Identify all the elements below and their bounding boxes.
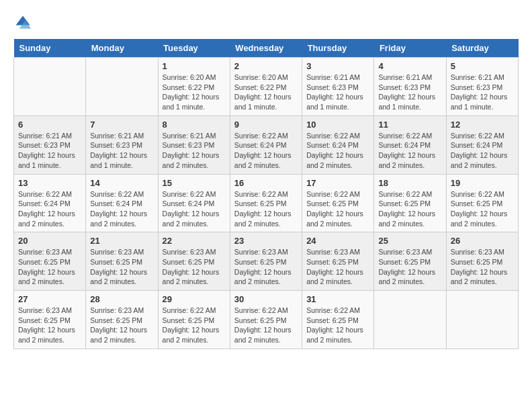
day-number: 3 [306, 61, 369, 71]
day-number: 20 [18, 236, 81, 246]
logo [13, 13, 35, 32]
day-header-tuesday: Tuesday [158, 39, 230, 58]
day-info: Sunrise: 6:22 AM Sunset: 6:25 PM Dayligh… [234, 306, 298, 345]
day-header-thursday: Thursday [302, 39, 374, 58]
calendar-cell: 9Sunrise: 6:22 AM Sunset: 6:24 PM Daylig… [230, 116, 302, 174]
calendar-cell: 20Sunrise: 6:23 AM Sunset: 6:25 PM Dayli… [14, 232, 86, 291]
calendar-week-row: 27Sunrise: 6:23 AM Sunset: 6:25 PM Dayli… [14, 291, 519, 349]
calendar-cell: 19Sunrise: 6:22 AM Sunset: 6:25 PM Dayli… [446, 174, 518, 232]
day-info: Sunrise: 6:23 AM Sunset: 6:25 PM Dayligh… [306, 247, 369, 287]
day-number: 6 [18, 120, 81, 130]
calendar-cell: 5Sunrise: 6:21 AM Sunset: 6:23 PM Daylig… [446, 58, 518, 116]
day-number: 8 [163, 120, 226, 130]
calendar-cell: 6Sunrise: 6:21 AM Sunset: 6:23 PM Daylig… [14, 116, 86, 174]
day-header-sunday: Sunday [14, 39, 86, 58]
day-info: Sunrise: 6:23 AM Sunset: 6:25 PM Dayligh… [90, 306, 153, 345]
day-header-wednesday: Wednesday [230, 39, 302, 58]
page-header [13, 13, 519, 32]
day-info: Sunrise: 6:21 AM Sunset: 6:23 PM Dayligh… [451, 73, 514, 112]
calendar-cell: 12Sunrise: 6:22 AM Sunset: 6:24 PM Dayli… [446, 116, 518, 174]
calendar-cell: 31Sunrise: 6:22 AM Sunset: 6:25 PM Dayli… [302, 291, 374, 349]
day-info: Sunrise: 6:21 AM Sunset: 6:23 PM Dayligh… [306, 73, 369, 112]
day-info: Sunrise: 6:22 AM Sunset: 6:24 PM Dayligh… [451, 131, 514, 171]
calendar-cell: 7Sunrise: 6:21 AM Sunset: 6:23 PM Daylig… [86, 116, 158, 174]
logo-icon [13, 13, 32, 32]
days-header-row: SundayMondayTuesdayWednesdayThursdayFrid… [14, 39, 519, 58]
calendar-cell: 17Sunrise: 6:22 AM Sunset: 6:25 PM Dayli… [302, 174, 374, 232]
day-info: Sunrise: 6:23 AM Sunset: 6:25 PM Dayligh… [163, 247, 226, 287]
day-info: Sunrise: 6:22 AM Sunset: 6:24 PM Dayligh… [306, 131, 369, 171]
day-info: Sunrise: 6:23 AM Sunset: 6:25 PM Dayligh… [234, 247, 298, 287]
day-number: 12 [451, 120, 514, 130]
day-number: 23 [234, 236, 298, 246]
calendar-cell: 13Sunrise: 6:22 AM Sunset: 6:24 PM Dayli… [14, 174, 86, 232]
calendar-week-row: 6Sunrise: 6:21 AM Sunset: 6:23 PM Daylig… [14, 116, 519, 174]
day-number: 15 [163, 178, 226, 188]
day-number: 11 [378, 120, 441, 130]
day-info: Sunrise: 6:22 AM Sunset: 6:25 PM Dayligh… [234, 189, 298, 229]
day-number: 5 [451, 61, 514, 71]
calendar-cell: 16Sunrise: 6:22 AM Sunset: 6:25 PM Dayli… [230, 174, 302, 232]
day-info: Sunrise: 6:22 AM Sunset: 6:24 PM Dayligh… [163, 189, 226, 229]
calendar-cell: 24Sunrise: 6:23 AM Sunset: 6:25 PM Dayli… [302, 232, 374, 291]
day-number: 14 [90, 178, 153, 188]
day-number: 30 [234, 294, 298, 304]
calendar-cell: 27Sunrise: 6:23 AM Sunset: 6:25 PM Dayli… [14, 291, 86, 349]
day-header-saturday: Saturday [446, 39, 518, 58]
calendar-table: SundayMondayTuesdayWednesdayThursdayFrid… [13, 39, 519, 349]
day-info: Sunrise: 6:23 AM Sunset: 6:25 PM Dayligh… [90, 247, 153, 287]
calendar-cell: 25Sunrise: 6:23 AM Sunset: 6:25 PM Dayli… [374, 232, 446, 291]
calendar-cell [446, 291, 518, 349]
day-number: 16 [234, 178, 298, 188]
day-info: Sunrise: 6:21 AM Sunset: 6:23 PM Dayligh… [163, 131, 226, 171]
calendar-cell: 3Sunrise: 6:21 AM Sunset: 6:23 PM Daylig… [302, 58, 374, 116]
calendar-cell: 15Sunrise: 6:22 AM Sunset: 6:24 PM Dayli… [158, 174, 230, 232]
calendar-cell [14, 58, 86, 116]
day-info: Sunrise: 6:21 AM Sunset: 6:23 PM Dayligh… [18, 131, 81, 171]
calendar-cell: 1Sunrise: 6:20 AM Sunset: 6:22 PM Daylig… [158, 58, 230, 116]
day-info: Sunrise: 6:22 AM Sunset: 6:25 PM Dayligh… [378, 189, 441, 229]
day-number: 9 [234, 120, 298, 130]
day-number: 1 [163, 61, 226, 71]
day-number: 24 [306, 236, 369, 246]
day-info: Sunrise: 6:22 AM Sunset: 6:25 PM Dayligh… [306, 306, 369, 345]
day-number: 13 [18, 178, 81, 188]
day-info: Sunrise: 6:22 AM Sunset: 6:24 PM Dayligh… [18, 189, 81, 229]
day-info: Sunrise: 6:22 AM Sunset: 6:25 PM Dayligh… [163, 306, 226, 345]
day-info: Sunrise: 6:21 AM Sunset: 6:23 PM Dayligh… [378, 73, 441, 112]
calendar-week-row: 20Sunrise: 6:23 AM Sunset: 6:25 PM Dayli… [14, 232, 519, 291]
calendar-cell: 23Sunrise: 6:23 AM Sunset: 6:25 PM Dayli… [230, 232, 302, 291]
day-info: Sunrise: 6:22 AM Sunset: 6:25 PM Dayligh… [451, 189, 514, 229]
calendar-week-row: 13Sunrise: 6:22 AM Sunset: 6:24 PM Dayli… [14, 174, 519, 232]
day-number: 31 [306, 294, 369, 304]
calendar-cell: 10Sunrise: 6:22 AM Sunset: 6:24 PM Dayli… [302, 116, 374, 174]
calendar-cell: 2Sunrise: 6:20 AM Sunset: 6:22 PM Daylig… [230, 58, 302, 116]
calendar-cell: 4Sunrise: 6:21 AM Sunset: 6:23 PM Daylig… [374, 58, 446, 116]
calendar-cell [374, 291, 446, 349]
calendar-cell: 28Sunrise: 6:23 AM Sunset: 6:25 PM Dayli… [86, 291, 158, 349]
day-number: 25 [378, 236, 441, 246]
calendar-cell: 30Sunrise: 6:22 AM Sunset: 6:25 PM Dayli… [230, 291, 302, 349]
calendar-cell: 11Sunrise: 6:22 AM Sunset: 6:24 PM Dayli… [374, 116, 446, 174]
day-info: Sunrise: 6:23 AM Sunset: 6:25 PM Dayligh… [378, 247, 441, 287]
day-info: Sunrise: 6:20 AM Sunset: 6:22 PM Dayligh… [234, 73, 298, 112]
day-info: Sunrise: 6:23 AM Sunset: 6:25 PM Dayligh… [18, 306, 81, 345]
day-number: 17 [306, 178, 369, 188]
day-number: 22 [163, 236, 226, 246]
day-info: Sunrise: 6:22 AM Sunset: 6:24 PM Dayligh… [378, 131, 441, 171]
day-info: Sunrise: 6:23 AM Sunset: 6:25 PM Dayligh… [451, 247, 514, 287]
day-info: Sunrise: 6:22 AM Sunset: 6:25 PM Dayligh… [306, 189, 369, 229]
day-number: 29 [163, 294, 226, 304]
day-number: 19 [451, 178, 514, 188]
day-info: Sunrise: 6:22 AM Sunset: 6:24 PM Dayligh… [234, 131, 298, 171]
calendar-cell: 14Sunrise: 6:22 AM Sunset: 6:24 PM Dayli… [86, 174, 158, 232]
day-info: Sunrise: 6:21 AM Sunset: 6:23 PM Dayligh… [90, 131, 153, 171]
calendar-cell: 8Sunrise: 6:21 AM Sunset: 6:23 PM Daylig… [158, 116, 230, 174]
calendar-cell: 29Sunrise: 6:22 AM Sunset: 6:25 PM Dayli… [158, 291, 230, 349]
day-info: Sunrise: 6:20 AM Sunset: 6:22 PM Dayligh… [163, 73, 226, 112]
calendar-week-row: 1Sunrise: 6:20 AM Sunset: 6:22 PM Daylig… [14, 58, 519, 116]
day-info: Sunrise: 6:22 AM Sunset: 6:24 PM Dayligh… [90, 189, 153, 229]
calendar-cell: 26Sunrise: 6:23 AM Sunset: 6:25 PM Dayli… [446, 232, 518, 291]
day-number: 7 [90, 120, 153, 130]
day-number: 4 [378, 61, 441, 71]
